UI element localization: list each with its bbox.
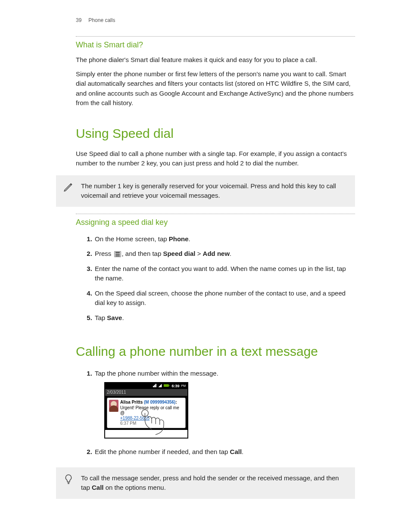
note-voicemail: The number 1 key is generally reserved f… bbox=[56, 175, 355, 207]
divider bbox=[76, 36, 355, 37]
status-ampm: PM bbox=[181, 384, 186, 388]
manual-page: 39 Phone calls What is Smart dial? The p… bbox=[0, 0, 411, 532]
status-time: 6:39 bbox=[171, 384, 179, 389]
step-text: . bbox=[230, 250, 231, 257]
body-text: Use Speed dial to call a phone number wi… bbox=[76, 149, 355, 168]
phone-statusbar: 6:39 PM bbox=[105, 383, 187, 389]
step-item: Tap the phone number within the message. bbox=[94, 367, 355, 445]
menu-icon bbox=[114, 251, 121, 257]
signal-icon bbox=[158, 384, 162, 389]
step-text: Tap the phone number within the message. bbox=[95, 369, 355, 379]
svg-rect-1 bbox=[169, 385, 170, 386]
step-item: Edit the phone number if needed, and the… bbox=[94, 445, 355, 460]
sender-number: (M 0999994356) bbox=[144, 400, 175, 404]
step-item: Tap Save. bbox=[94, 311, 355, 327]
ui-label: Save bbox=[107, 314, 122, 321]
body-text: The phone dialer's Smart dial feature ma… bbox=[76, 55, 355, 65]
section-title: Phone calls bbox=[88, 16, 115, 24]
pencil-icon bbox=[62, 181, 75, 193]
step-item: Enter the name of the contact you want t… bbox=[94, 262, 355, 287]
step-text: . bbox=[242, 448, 243, 455]
step-item: Press , and then tap Speed dial > Add ne… bbox=[94, 247, 355, 262]
svg-rect-0 bbox=[164, 384, 169, 386]
sender-name: Alisa Pritts bbox=[120, 400, 143, 404]
heading-assign-key: Assigning a speed dial key bbox=[76, 217, 355, 228]
phone-screenshot: 6:39 PM 2/03/2011 Alisa Pritts (M 099999… bbox=[104, 382, 190, 439]
step-text: Press bbox=[95, 250, 113, 257]
step-item: On the Home screen, tap Phone. bbox=[94, 233, 355, 248]
ui-label: Call bbox=[92, 484, 104, 491]
ui-label: Call bbox=[230, 448, 242, 455]
tip-fragment: on the options menu. bbox=[104, 484, 166, 491]
step-text: Tap bbox=[95, 314, 107, 321]
step-text: > bbox=[195, 250, 202, 257]
battery-icon bbox=[164, 384, 170, 389]
ui-label: Speed dial bbox=[163, 250, 195, 257]
message-bubble: Alisa Pritts (M 0999994356): Urgent! Ple… bbox=[107, 398, 186, 428]
body-text: Simply enter the phone number or first f… bbox=[76, 69, 355, 108]
phone-datebar: 2/03/2011 bbox=[105, 389, 187, 396]
note-text: The number 1 key is generally reserved f… bbox=[81, 181, 349, 201]
tip-text: To call the message sender, press and ho… bbox=[81, 473, 349, 493]
step-item: On the Speed dial screen, choose the pho… bbox=[94, 287, 355, 311]
phone-link[interactable]: +1988-22-5655 bbox=[120, 416, 149, 420]
step-text: . bbox=[122, 314, 124, 321]
step-text: , and then tap bbox=[122, 250, 163, 257]
message-sender: Alisa Pritts (M 0999994356): bbox=[120, 400, 184, 405]
section-call-text: Calling a phone number in a text message… bbox=[76, 342, 355, 460]
network-icon bbox=[153, 384, 156, 389]
steps-list: Tap the phone number within the message. bbox=[85, 367, 355, 460]
ui-label: Add new bbox=[203, 250, 230, 257]
heading-speed-dial: Using Speed dial bbox=[76, 124, 355, 143]
step-text: On the Home screen, tap bbox=[95, 235, 169, 243]
tip-call-sender: To call the message sender, press and ho… bbox=[56, 467, 355, 499]
step-text: . bbox=[189, 235, 190, 243]
page-header: 39 Phone calls bbox=[76, 16, 355, 24]
step-text: Edit the phone number if needed, and the… bbox=[95, 448, 230, 455]
steps-list: On the Home screen, tap Phone. Press , a… bbox=[85, 233, 355, 327]
section-speed-dial: Using Speed dial Use Speed dial to call … bbox=[76, 124, 355, 168]
contact-avatar bbox=[109, 400, 118, 412]
divider bbox=[76, 214, 355, 214]
lightbulb-icon bbox=[62, 473, 75, 485]
section-smart-dial: What is Smart dial? The phone dialer's S… bbox=[76, 36, 355, 108]
ui-label: Phone bbox=[169, 235, 189, 243]
heading-call-text: Calling a phone number in a text message bbox=[76, 342, 355, 361]
section-assign-key: Assigning a speed dial key On the Home s… bbox=[76, 214, 355, 327]
message-time: 6:37 PM bbox=[120, 421, 184, 426]
heading-smart-dial: What is Smart dial? bbox=[76, 39, 355, 51]
page-number: 39 bbox=[76, 16, 81, 24]
message-body: Urgent! Please reply or call me @ bbox=[120, 405, 184, 416]
